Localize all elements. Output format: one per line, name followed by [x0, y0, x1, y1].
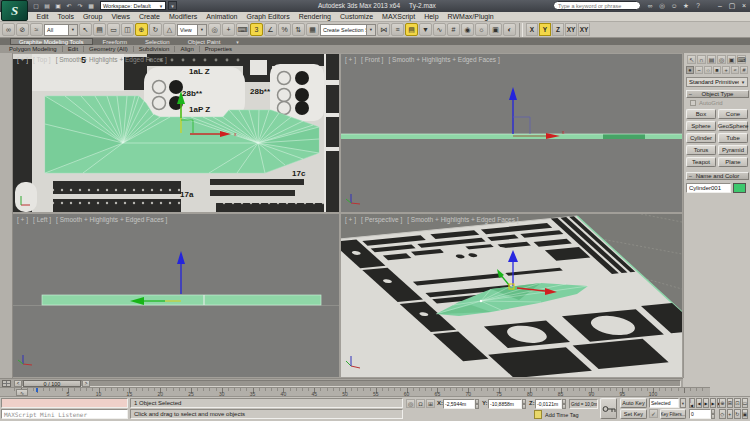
ribbon-panel-subdivision[interactable]: Subdivision [134, 46, 176, 52]
maximize-button[interactable]: ▢ [726, 0, 738, 11]
create-cone-button[interactable]: Cone [718, 109, 748, 119]
space-warps-category-icon[interactable]: ≈ [731, 66, 739, 74]
create-sphere-button[interactable]: Sphere [686, 121, 716, 131]
menu-item-maxscript[interactable]: MAXScript [378, 13, 420, 20]
object-type-rollout[interactable]: − Object Type [686, 90, 749, 98]
viewport-menu-shading[interactable]: [ Smooth + Highlights + Edged Faces ] [407, 216, 518, 223]
redo-icon[interactable]: ↷ [75, 1, 85, 10]
create-cylinder-button[interactable]: Cylinder [686, 133, 716, 143]
align-icon[interactable]: ≡ [391, 23, 404, 36]
sign-in-icon[interactable]: ☺ [669, 1, 679, 10]
frame-spinner[interactable] [711, 409, 715, 419]
selected-mesh-object[interactable] [341, 134, 682, 139]
viewport-menu-general[interactable]: [ + ] [345, 56, 356, 63]
set-key-button[interactable]: Set Key [620, 409, 647, 419]
orbit-icon[interactable]: ↻ [734, 409, 741, 419]
schematic-view-icon[interactable]: # [447, 23, 460, 36]
viewport-menu-shading[interactable]: [ Smooth + Highlights + Edged Faces ] [56, 216, 167, 223]
keyboard-shortcut-override-icon[interactable]: ⌨ [236, 23, 249, 36]
ribbon-tab-freeform[interactable]: Freeform [95, 38, 135, 45]
set-keys-button[interactable] [600, 398, 617, 419]
edit-named-selection-sets-icon[interactable]: ▦ [306, 23, 319, 36]
isolate-selection-toggle-icon[interactable]: ◎ [406, 399, 415, 408]
help-icon[interactable]: ? [693, 1, 703, 10]
z-spinner[interactable] [562, 399, 566, 409]
go-to-start-button[interactable]: |◀ [689, 398, 695, 408]
curve-editor-icon[interactable]: ∿ [433, 23, 446, 36]
workspace-flyout-icon[interactable]: ▾ [168, 1, 177, 10]
mirror-icon[interactable]: ⋈ [377, 23, 390, 36]
ribbon-tab-graphite-modeling-tools[interactable]: Graphite Modeling Tools [10, 38, 93, 45]
create-geosphere-button[interactable]: GeoSphere [718, 121, 748, 131]
menu-item-modifiers[interactable]: Modifiers [164, 13, 201, 20]
add-time-tag-label[interactable]: Add Time Tag [545, 412, 579, 418]
reference-coordinate-system-dropdown[interactable]: View▾ [177, 24, 207, 36]
communication-center-icon[interactable]: ◎ [657, 1, 667, 10]
axis-y-button[interactable]: Y [539, 23, 551, 36]
y-coord-field[interactable]: -10,8858m [488, 399, 522, 409]
maximize-viewport-toggle-icon[interactable]: ▣ [742, 409, 749, 419]
y-spinner[interactable] [522, 399, 526, 409]
create-torus-button[interactable]: Torus [686, 145, 716, 155]
ribbon-panel-align[interactable]: Align [175, 46, 199, 52]
time-slider-next-button[interactable]: > [82, 380, 90, 387]
create-teapot-button[interactable]: Teapot [686, 157, 716, 167]
menu-item-rwmax-plugin[interactable]: RWMax/Plugin [443, 13, 498, 20]
favorites-icon[interactable]: ★ [681, 1, 691, 10]
key-filters-button[interactable]: Key Filters... [660, 409, 686, 419]
zoom-region-icon[interactable]: ▭ [742, 398, 749, 408]
viewport-front[interactable]: x [ + ] [ Front ] [ Smooth + Highlights … [341, 54, 682, 212]
menu-item-help[interactable]: Help [420, 13, 443, 20]
x-spinner[interactable] [475, 399, 479, 409]
select-and-scale-icon[interactable]: △ [163, 23, 176, 36]
geometry-category-icon[interactable]: ● [686, 66, 694, 74]
ribbon-panel-edit[interactable]: Edit [63, 46, 84, 52]
menu-item-graph-editors[interactable]: Graph Editors [242, 13, 294, 20]
select-and-link-icon[interactable]: ∞ [2, 23, 15, 36]
layer-manager-icon[interactable]: ▤ [405, 23, 418, 36]
named-selection-sets-dropdown[interactable]: Create Selection Se▾ [320, 24, 376, 36]
field-of-view-icon[interactable]: ◇ [719, 409, 726, 419]
menu-item-tools[interactable]: Tools [53, 13, 78, 20]
key-filter-scope-dropdown[interactable]: Selected [649, 398, 679, 408]
viewport-menu-general[interactable]: [ + ] [17, 56, 28, 63]
percent-snap-toggle-icon[interactable]: % [278, 23, 291, 36]
helpers-category-icon[interactable]: + [722, 66, 730, 74]
unlink-selection-icon[interactable]: ⊘ [16, 23, 29, 36]
primitives-dropdown[interactable]: Standard Primitives ▾ [686, 77, 748, 87]
ribbon-tab-selection[interactable]: Selection [137, 38, 178, 45]
undo-icon[interactable]: ↶ [64, 1, 74, 10]
save-file-icon[interactable]: ▣ [53, 1, 63, 10]
axis-xy-button[interactable]: XY [565, 23, 577, 36]
next-frame-button[interactable]: ▶ [710, 398, 716, 408]
time-slider-track[interactable] [14, 380, 681, 387]
select-and-manipulate-icon[interactable]: + [222, 23, 235, 36]
workspace-dropdown[interactable]: Workspace: Default ▾ [100, 1, 166, 10]
viewport-menu-pov[interactable]: [ Left ] [33, 216, 51, 223]
menu-item-create[interactable]: Create [134, 13, 164, 20]
zoom-all-icon[interactable]: ⊞ [727, 398, 734, 408]
selection-filter-dropdown[interactable]: All▾ [44, 24, 78, 36]
object-name-field[interactable] [686, 183, 731, 193]
systems-category-icon[interactable]: # [740, 66, 748, 74]
viewport-layout-grid-icon[interactable] [2, 380, 11, 387]
zoom-extents-icon[interactable]: ⊡ [734, 398, 741, 408]
create-plane-button[interactable]: Plane [718, 157, 748, 167]
time-slider-handle[interactable]: 0 / 100 [23, 380, 81, 387]
select-object-icon[interactable]: ↖ [79, 23, 92, 36]
motion-tab-icon[interactable]: ◎ [717, 55, 726, 64]
graphite-ribbon-toggle-icon[interactable]: ▼ [419, 23, 432, 36]
menu-item-views[interactable]: Views [107, 13, 135, 20]
hierarchy-tab-icon[interactable]: ▤ [707, 55, 716, 64]
auto-key-button[interactable]: Auto Key [620, 398, 647, 408]
time-slider-prev-button[interactable]: < [14, 380, 22, 387]
rectangular-selection-region-icon[interactable]: ▭ [107, 23, 120, 36]
selected-mesh-object[interactable] [42, 295, 321, 305]
display-tab-icon[interactable]: ▣ [727, 55, 736, 64]
z-coord-field[interactable]: -0,0121m [535, 399, 562, 409]
select-by-name-icon[interactable]: ▤ [93, 23, 106, 36]
window-crossing-icon[interactable]: ◫ [121, 23, 134, 36]
infocenter-search-input[interactable] [553, 1, 641, 10]
render-production-icon[interactable]: ◐ [503, 23, 516, 36]
viewport-menu-general[interactable]: [ + ] [17, 216, 28, 223]
